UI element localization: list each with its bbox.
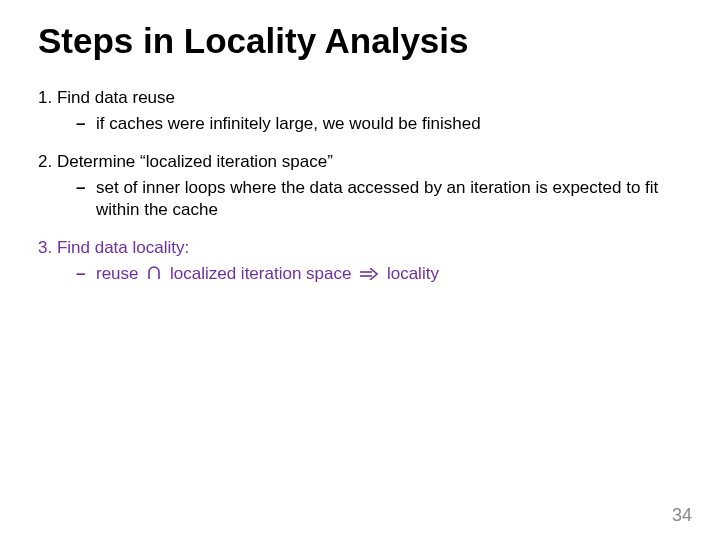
intersect-icon [147, 264, 161, 286]
step-1-sub: – if caches were infinitely large, we wo… [76, 113, 682, 135]
step-3: 3. Find data locality: [38, 237, 682, 259]
step-3-head: 3. Find data locality: [38, 238, 189, 257]
bullet-dash-icon: – [76, 263, 96, 284]
bullet-dash-icon: – [76, 177, 96, 198]
step-2-bullet-1: set of inner loops where the data access… [96, 177, 682, 221]
step-2: 2. Determine “localized iteration space” [38, 151, 682, 173]
slide-body: 1. Find data reuse – if caches were infi… [38, 87, 682, 286]
implies-icon [360, 264, 378, 286]
list-item: – if caches were infinitely large, we wo… [76, 113, 682, 135]
step-3-term-space: localized iteration space [170, 264, 351, 283]
bullet-dash-icon: – [76, 113, 96, 134]
step-1-head: 1. Find data reuse [38, 88, 175, 107]
page-number: 34 [672, 505, 692, 526]
slide: Steps in Locality Analysis 1. Find data … [0, 0, 720, 540]
list-item: – set of inner loops where the data acce… [76, 177, 682, 221]
step-3-bullet-1: reuse localized iteration space [96, 263, 682, 286]
step-2-head: 2. Determine “localized iteration space” [38, 152, 333, 171]
slide-title: Steps in Locality Analysis [38, 22, 682, 61]
step-3-term-reuse: reuse [96, 264, 139, 283]
step-3-sub: – reuse localized iteration space [76, 263, 682, 286]
step-2-sub: – set of inner loops where the data acce… [76, 177, 682, 221]
step-1-bullet-1: if caches were infinitely large, we woul… [96, 113, 682, 135]
step-1: 1. Find data reuse [38, 87, 682, 109]
list-item: – reuse localized iteration space [76, 263, 682, 286]
step-3-term-locality: locality [387, 264, 439, 283]
